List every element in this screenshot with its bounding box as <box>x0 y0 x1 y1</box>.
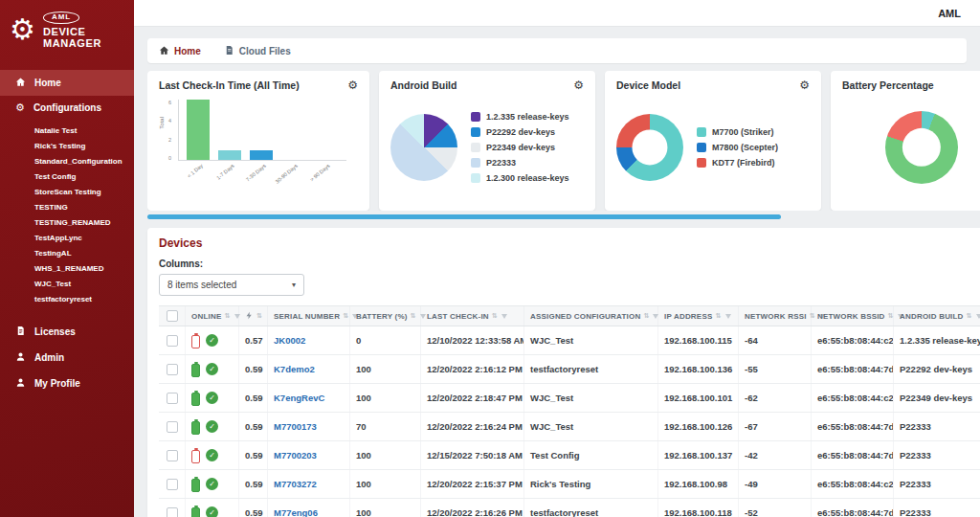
row-checkbox[interactable] <box>167 393 178 404</box>
card-settings-gear-icon[interactable]: ⚙ <box>347 79 358 91</box>
sidebar-item-licenses[interactable]: Licenses <box>0 319 134 345</box>
online-check-icon: ✓ <box>206 392 218 404</box>
sort-icon[interactable]: ⇅ <box>343 312 348 320</box>
sidebar-configuration-item[interactable]: Standard_Configuration <box>34 154 128 169</box>
sidebar-configuration-item[interactable]: StoreScan Testing <box>34 185 128 200</box>
serial-number-link[interactable]: M77eng06 <box>274 507 318 517</box>
cell-serial: K7engRevC <box>268 384 350 412</box>
row-checkbox[interactable] <box>167 421 178 433</box>
cell-bssid: e6:55:b8:08:44:c2 <box>812 326 894 354</box>
cell-ip: 192.168.100.126 <box>658 413 739 440</box>
android-build-pie-chart <box>390 114 457 181</box>
legend-label: P22333 <box>486 158 516 168</box>
caret-down-icon: ▾ <box>292 281 296 289</box>
cell-config: testfactoryreset <box>524 499 658 517</box>
sort-icon[interactable]: ⇅ <box>224 312 230 320</box>
sort-icon[interactable]: ⇅ <box>715 312 721 320</box>
column-header-online[interactable]: ONLINE ⇅ <box>186 306 239 326</box>
cell-value: 0.57 <box>239 326 268 354</box>
column-header-value[interactable]: ⇅ <box>239 306 268 326</box>
column-header-last-checkin[interactable]: LAST CHECK-IN ⇅ <box>421 306 524 326</box>
last-checkin-bar-chart: Total 6420 < 1 Day1-7 Days7-30 Days30-90… <box>159 94 358 193</box>
row-checkbox[interactable] <box>167 364 178 375</box>
cell-serial: JK0002 <box>268 326 350 354</box>
legend-item: M7700 (Striker) <box>697 127 778 137</box>
account-menu[interactable]: AML <box>938 8 961 19</box>
cell-rssi: -67 <box>739 413 812 440</box>
cell-config: testfactoryreset <box>524 355 658 383</box>
card-battery-percentage: Battery Percentage ⚙ <box>831 71 980 211</box>
cell-bssid: e6:55:b8:08:44:c2 <box>812 470 894 498</box>
devices-table: ONLINE ⇅ ⇅ SERIAL NUMBER ⇅ BATTERY (%) ⇅ <box>159 305 980 517</box>
sidebar-configuration-item[interactable]: TESTING_RENAMED <box>34 215 128 231</box>
sidebar-item-home[interactable]: Home <box>0 70 134 96</box>
cell-online: ✓ <box>186 499 239 517</box>
sidebar-item-my-profile[interactable]: My Profile <box>0 371 134 396</box>
select-all-checkbox[interactable] <box>167 310 178 322</box>
card-android-build: Android Build ⚙ 1.2.335 release-keysP222… <box>379 71 595 211</box>
card-settings-gear-icon[interactable]: ⚙ <box>799 79 810 91</box>
sort-icon[interactable]: ⇅ <box>888 312 894 320</box>
cell-bssid: e6:55:b8:08:44:c2 <box>812 384 894 412</box>
column-header-serial-number[interactable]: SERIAL NUMBER ⇅ <box>268 306 350 326</box>
column-header-assigned-configuration[interactable]: ASSIGNED CONFIGURATION ⇅ <box>524 306 658 326</box>
row-checkbox[interactable] <box>167 507 178 517</box>
donut-hole <box>632 129 667 165</box>
cell-build: P22333 <box>894 413 980 440</box>
cell-build: P22333 <box>894 470 980 498</box>
cell-build: P22292 dev-keys <box>894 355 980 383</box>
sort-icon[interactable]: ⇅ <box>492 312 498 320</box>
sidebar-item-admin[interactable]: Admin <box>0 345 134 371</box>
sidebar-configuration-item[interactable]: WHS_1_RENAMED <box>34 261 128 277</box>
sidebar-configuration-item[interactable]: TESTING <box>34 200 128 215</box>
columns-dropdown[interactable]: 8 items selected ▾ <box>159 274 304 296</box>
online-check-icon: ✓ <box>206 334 218 347</box>
filter-funnel-icon[interactable] <box>501 314 507 319</box>
serial-number-link[interactable]: M7700203 <box>274 450 317 461</box>
serial-number-link[interactable]: JK0002 <box>274 335 305 346</box>
sort-icon[interactable]: ⇅ <box>643 312 649 320</box>
sort-icon[interactable]: ⇅ <box>256 312 262 320</box>
serial-number-link[interactable]: M7700173 <box>274 421 317 432</box>
bar-y-tick: 2 <box>168 137 171 143</box>
serial-number-link[interactable]: M7703272 <box>274 479 317 489</box>
row-checkbox[interactable] <box>167 450 178 461</box>
column-header-network-rssi[interactable]: NETWORK RSSI ⇅ <box>739 306 812 326</box>
sidebar-configuration-item[interactable]: TestingAL <box>34 246 128 261</box>
column-header-network-bssid[interactable]: NETWORK BSSID ⇅ <box>812 306 894 326</box>
cards-horizontal-scrollbar[interactable] <box>147 214 781 219</box>
column-header-android-build[interactable]: ANDROID BUILD ⇅ <box>894 306 980 326</box>
table-row: ✓0.59K7engRevC10012/20/2022 2:18:47 PMWJ… <box>159 384 980 413</box>
column-header-ip-address[interactable]: IP ADDRESS ⇅ <box>658 306 739 326</box>
serial-number-link[interactable]: K7demo2 <box>274 364 315 374</box>
sidebar-item-configurations[interactable]: ⚙ Configurations <box>0 96 134 120</box>
sort-icon[interactable]: ⇅ <box>967 312 972 320</box>
sidebar-configuration-item[interactable]: Test Config <box>34 169 128 185</box>
row-checkbox[interactable] <box>167 335 178 347</box>
filter-funnel-icon[interactable] <box>976 314 980 319</box>
serial-number-link[interactable]: K7engRevC <box>274 393 324 403</box>
sidebar: ⚙ AML DEVICE MANAGER Home ⚙ Configuratio… <box>0 0 134 517</box>
column-header-battery[interactable]: BATTERY (%) ⇅ <box>350 306 421 326</box>
breadcrumb-cloud-files-label: Cloud Files <box>239 46 291 56</box>
logo-abbr: AML <box>43 11 79 24</box>
card-settings-gear-icon[interactable]: ⚙ <box>573 79 584 91</box>
sidebar-configuration-item[interactable]: TestAppLync <box>34 231 128 246</box>
sort-icon[interactable]: ⇅ <box>411 312 416 320</box>
breadcrumb-cloud-files[interactable]: Cloud Files <box>224 45 291 57</box>
sidebar-configuration-item[interactable]: testfactoryreset <box>34 292 128 307</box>
legend-label: P22349 dev-keys <box>486 143 555 152</box>
android-build-legend: 1.2.335 release-keysP22292 dev-keysP2234… <box>471 112 569 183</box>
main-content: Home Cloud Files Last Check-In Time (All… <box>134 27 980 517</box>
breadcrumb-home[interactable]: Home <box>159 45 201 57</box>
sidebar-configuration-item[interactable]: Natalie Test <box>34 124 128 139</box>
battery-status-icon <box>191 507 200 517</box>
sidebar-configuration-item[interactable]: WJC_Test <box>34 277 128 292</box>
sidebar-configuration-item[interactable]: Rick's Testing <box>34 139 128 154</box>
row-checkbox[interactable] <box>167 479 178 490</box>
legend-item: P22333 <box>471 158 569 168</box>
filter-funnel-icon[interactable] <box>725 314 731 319</box>
battery-status-icon <box>191 393 200 406</box>
sidebar-item-label: Admin <box>34 352 64 363</box>
cell-last_checkin: 12/15/2022 7:50:18 AM <box>421 441 524 469</box>
